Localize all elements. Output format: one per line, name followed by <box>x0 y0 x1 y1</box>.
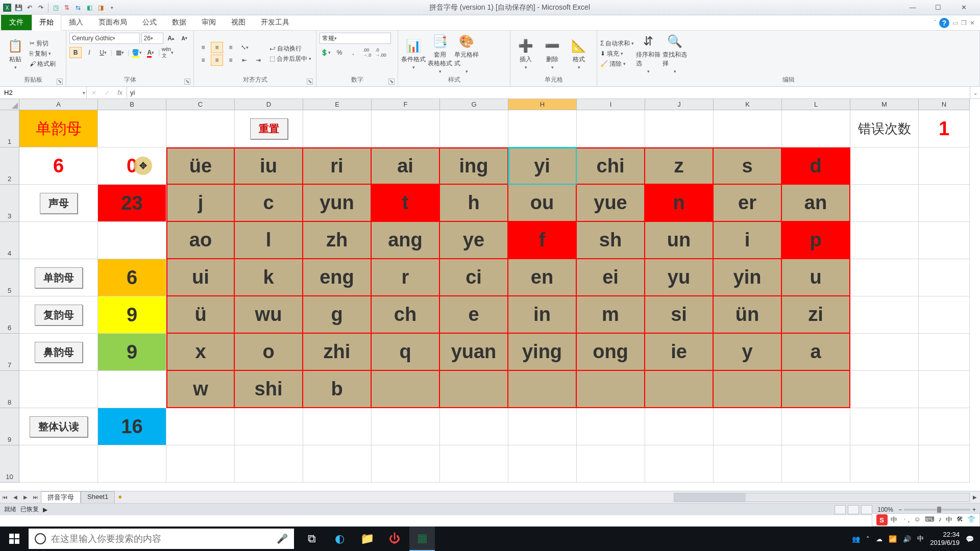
window-restore-icon[interactable]: ❐ <box>961 19 967 27</box>
new-sheet-button[interactable]: ✸ <box>115 494 125 500</box>
row-header-8[interactable]: 8 <box>0 371 19 408</box>
qat-custom-4-icon[interactable]: ◧ <box>84 3 94 13</box>
format-as-table-button[interactable]: 📑套用 表格格式 <box>428 33 452 74</box>
row-header-5[interactable]: 5 <box>0 259 19 296</box>
cell-A7[interactable]: 鼻韵母 <box>19 334 98 371</box>
cell-C5[interactable]: ui <box>166 259 235 296</box>
cell-A9[interactable]: 整体认读 <box>19 408 98 445</box>
ime-item-2[interactable]: ☺ <box>914 515 920 524</box>
font-size-combo[interactable]: 26 <box>141 33 163 44</box>
col-header-D[interactable]: D <box>235 99 303 110</box>
ribbon-tab-0[interactable]: 开始 <box>32 14 61 31</box>
autosum-button[interactable]: Σ自动求和 <box>600 39 634 48</box>
cell-D10[interactable] <box>235 445 303 483</box>
cell-F8[interactable] <box>372 371 440 408</box>
cell-E10[interactable] <box>303 445 372 483</box>
cell-H7[interactable]: ying <box>508 334 577 371</box>
cell-L5[interactable]: u <box>782 259 850 296</box>
normal-view-button[interactable] <box>835 505 846 514</box>
col-header-G[interactable]: G <box>440 99 508 110</box>
horizontal-scrollbar[interactable] <box>674 493 970 502</box>
ime-item-7[interactable]: 👕 <box>967 515 975 524</box>
tray-onedrive-icon[interactable]: ☁ <box>876 535 883 543</box>
ime-toolbar[interactable]: S 中ㆍ,☺⌨♪中🛠👕 <box>872 513 980 527</box>
name-box-input[interactable] <box>4 89 82 96</box>
ribbon-options-icon[interactable]: ▭ <box>952 19 958 27</box>
qat-custom-3-icon[interactable]: ⇆ <box>73 3 83 13</box>
italic-button[interactable]: I <box>83 47 95 58</box>
cell-L2[interactable]: d <box>782 147 850 185</box>
cell-E9[interactable] <box>303 408 372 445</box>
cell-M2[interactable] <box>850 147 919 185</box>
taskbar-browser-icon[interactable]: ◐ <box>327 527 352 551</box>
cancel-formula-icon[interactable]: ✕ <box>87 89 100 96</box>
ime-item-6[interactable]: 🛠 <box>957 515 963 524</box>
excel-icon[interactable]: X <box>2 3 12 13</box>
ime-item-4[interactable]: ♪ <box>939 515 942 524</box>
cell-I9[interactable] <box>577 408 645 445</box>
cell-B10[interactable] <box>98 445 166 483</box>
sheet-button-鼻韵母[interactable]: 鼻韵母 <box>35 342 83 363</box>
cell-D8[interactable]: shi <box>235 371 303 408</box>
align-left-button[interactable]: ≡ <box>197 55 209 66</box>
accounting-button[interactable]: 💲 <box>320 47 332 58</box>
cell-A8[interactable] <box>19 371 98 408</box>
cell-D9[interactable] <box>235 408 303 445</box>
taskbar-search[interactable]: 在这里输入你要搜索的内容 🎤 <box>29 529 294 549</box>
cell-A3[interactable]: 声母 <box>19 185 98 222</box>
tray-people-icon[interactable]: 👥 <box>852 535 860 543</box>
cell-B7[interactable]: 9 <box>98 334 166 371</box>
cell-N3[interactable] <box>919 185 970 222</box>
cell-M10[interactable] <box>850 445 919 483</box>
cell-M4[interactable] <box>850 222 919 259</box>
tray-clock[interactable]: 22:34 2019/6/19 <box>930 531 960 546</box>
cell-C8[interactable]: w <box>166 371 235 408</box>
cell-A6[interactable]: 复韵母 <box>19 296 98 334</box>
tray-chevron-icon[interactable]: ˄ <box>866 535 870 543</box>
sheet-button-复韵母[interactable]: 复韵母 <box>35 305 83 325</box>
row-header-9[interactable]: 9 <box>0 408 19 445</box>
phonetic-button[interactable]: wén文 <box>161 47 174 58</box>
cell-F9[interactable] <box>372 408 440 445</box>
cell-L6[interactable]: zi <box>782 296 850 334</box>
cell-L3[interactable]: an <box>782 185 850 222</box>
cell-G9[interactable] <box>440 408 508 445</box>
cell-M8[interactable] <box>850 371 919 408</box>
col-header-L[interactable]: L <box>782 99 850 110</box>
cell-D1[interactable]: 重置 <box>235 110 303 147</box>
cell-E4[interactable]: zh <box>303 222 372 259</box>
cell-F3[interactable]: t <box>372 185 440 222</box>
name-box[interactable]: ▾ <box>0 87 87 98</box>
underline-button[interactable]: U <box>97 47 109 58</box>
cell-D2[interactable]: iu <box>235 147 303 185</box>
row-header-10[interactable]: 10 <box>0 445 19 483</box>
cell-J2[interactable]: z <box>645 147 714 185</box>
orientation-button[interactable]: ⤡ <box>238 42 251 53</box>
taskbar-excel-icon[interactable]: ▦ <box>409 527 435 551</box>
cell-J5[interactable]: yu <box>645 259 714 296</box>
cell-D5[interactable]: k <box>235 259 303 296</box>
ribbon-tab-2[interactable]: 页面布局 <box>91 14 135 30</box>
tray-volume-icon[interactable]: 🔊 <box>903 535 911 543</box>
col-header-I[interactable]: I <box>577 99 645 110</box>
align-bottom-button[interactable]: ≡ <box>225 42 237 53</box>
cell-H2[interactable]: yi <box>508 147 577 185</box>
row-header-2[interactable]: 2 <box>0 147 19 185</box>
cell-M6[interactable] <box>850 296 919 334</box>
cell-E2[interactable]: ri <box>303 147 372 185</box>
col-header-E[interactable]: E <box>303 99 372 110</box>
cell-H4[interactable]: f <box>508 222 577 259</box>
align-center-button[interactable]: ≡ <box>211 55 223 66</box>
decrease-decimal-button[interactable]: .0→.00 <box>375 47 387 58</box>
row-header-1[interactable]: 1 <box>0 110 19 147</box>
tray-ime-icon[interactable]: 中 <box>917 534 924 543</box>
cell-N9[interactable] <box>919 408 970 445</box>
cell-E6[interactable]: g <box>303 296 372 334</box>
cell-I6[interactable]: m <box>577 296 645 334</box>
cell-J3[interactable]: n <box>645 185 714 222</box>
reset-button[interactable]: 重置 <box>250 118 288 139</box>
last-sheet-button[interactable]: ⏭ <box>31 494 41 500</box>
tray-wifi-icon[interactable]: 📶 <box>889 535 897 543</box>
cell-L9[interactable] <box>782 408 850 445</box>
cell-L1[interactable] <box>782 110 850 147</box>
